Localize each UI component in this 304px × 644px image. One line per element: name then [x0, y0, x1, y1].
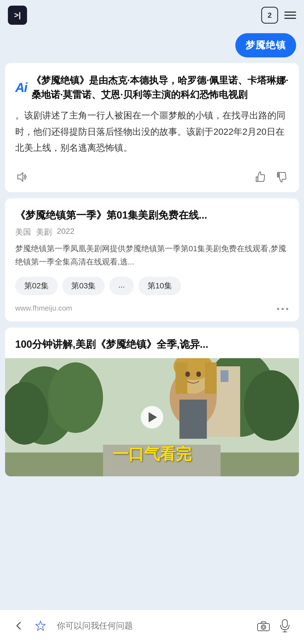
nav-ai-button[interactable]: [33, 618, 48, 634]
ai-answer-card: Ai 《梦魇绝镇》是由杰克·本德执导，哈罗德·佩里诺、卡塔琳娜·桑地诺·莫雷诺、…: [5, 63, 299, 192]
ai-card-header: Ai 《梦魇绝镇》是由杰克·本德执导，哈罗德·佩里诺、卡塔琳娜·桑地诺·莫雷诺、…: [15, 73, 289, 102]
terminal-icon[interactable]: >|: [8, 6, 27, 25]
header-left: >|: [8, 6, 27, 25]
video-overlay-text: 一口气看完: [113, 444, 191, 465]
header-right: 2: [261, 7, 296, 24]
result-genre: 美剧: [36, 227, 52, 237]
feedback-buttons: [253, 170, 289, 184]
svg-point-28: [262, 626, 265, 628]
video-title[interactable]: 100分钟讲解,美剧《梦魇绝镇》全季,诡异...: [15, 338, 289, 351]
video-thumbnail[interactable]: 一口气看完: [5, 358, 299, 476]
svg-rect-29: [282, 620, 287, 627]
result-year: 2022: [57, 227, 74, 237]
svg-point-3: [286, 308, 288, 310]
ai-logo: Ai: [15, 80, 27, 95]
svg-rect-21: [176, 362, 187, 394]
svg-marker-0: [18, 173, 23, 181]
ai-card-footer: [15, 164, 289, 184]
result-tag-ep02[interactable]: 第02集: [15, 277, 58, 295]
svg-point-24: [196, 371, 201, 377]
svg-point-7: [48, 362, 103, 433]
result-title[interactable]: 《梦魇绝镇第一季》第01集美剧免费在线...: [15, 208, 289, 222]
result-meta: 美国 美剧 2022: [15, 227, 289, 237]
svg-rect-13: [221, 370, 229, 382]
result-description: 梦魇绝镇第一季凤凰美剧网提供梦魇绝镇第一季第01集美剧免费在线观看,梦魇绝镇第一…: [15, 242, 289, 269]
result-tag-ep10[interactable]: 第10集: [138, 277, 181, 295]
svg-rect-25: [179, 400, 207, 439]
ai-logo-text: Ai: [15, 80, 27, 95]
badge-icon[interactable]: 2: [261, 7, 278, 24]
result-card: 《梦魇绝镇第一季》第01集美剧免费在线... 美国 美剧 2022 梦魇绝镇第一…: [5, 198, 299, 321]
menu-button[interactable]: [284, 12, 296, 19]
header: >| 2: [0, 0, 304, 30]
result-more-button[interactable]: [276, 303, 289, 313]
thumbs-up-button[interactable]: [253, 170, 267, 184]
ai-card-body: 。该剧讲述了主角一行人被困在一个噩梦般的小镇，在找寻出路的同时，他们还得提防日落…: [15, 107, 289, 156]
volume-button[interactable]: [15, 170, 30, 184]
svg-point-27: [261, 625, 266, 629]
nav-mic-button[interactable]: [277, 618, 293, 634]
result-footer: www.fhmeiju.com: [15, 303, 289, 313]
search-bubble-container: 梦魇绝镇: [0, 30, 304, 63]
play-button[interactable]: [141, 406, 163, 428]
bottom-nav: [0, 609, 304, 644]
thumbs-down-button[interactable]: [274, 170, 289, 184]
svg-point-2: [281, 308, 284, 310]
result-tag-more[interactable]: ...: [109, 277, 134, 295]
svg-rect-22: [205, 362, 217, 394]
video-card: 100分钟讲解,美剧《梦魇绝镇》全季,诡异...: [5, 327, 299, 476]
result-tag-ep03[interactable]: 第03集: [62, 277, 105, 295]
search-bubble: 梦魇绝镇: [235, 33, 296, 57]
nav-camera-button[interactable]: [256, 618, 271, 634]
result-country: 美国: [15, 227, 31, 237]
nav-back-button[interactable]: [11, 618, 27, 634]
svg-point-9: [244, 370, 299, 441]
result-url: www.fhmeiju.com: [15, 304, 72, 313]
nav-search-input[interactable]: [54, 616, 250, 636]
result-tags: 第02集 第03集 ... 第10集: [15, 277, 289, 295]
svg-point-1: [277, 308, 279, 310]
svg-point-23: [185, 371, 190, 377]
ai-card-title: 《梦魇绝镇》是由杰克·本德执导，哈罗德·佩里诺、卡塔琳娜·桑地诺·莫雷诺、艾恩·…: [32, 73, 289, 102]
